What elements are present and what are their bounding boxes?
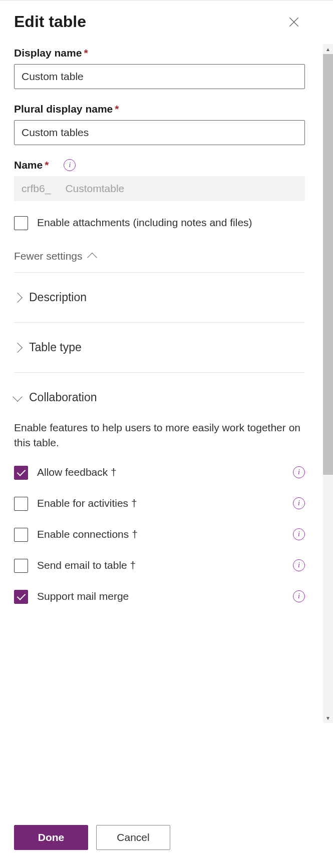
panel-footer: Done Cancel — [0, 812, 333, 868]
enable-attachments-checkbox[interactable] — [14, 216, 28, 230]
chevron-right-icon — [13, 343, 23, 353]
info-icon[interactable]: i — [293, 497, 305, 509]
name-prefix: crfb6_ — [14, 176, 58, 201]
enable-connections-row: Enable connections † i — [14, 527, 305, 542]
allow-feedback-row: Allow feedback † i — [14, 465, 305, 480]
name-group: Name* i crfb6_ — [14, 159, 305, 201]
fewer-settings-toggle[interactable]: Fewer settings — [14, 250, 305, 262]
allow-feedback-checkbox[interactable] — [14, 466, 28, 480]
plural-display-name-label: Plural display name* — [14, 103, 305, 115]
table-type-accordion[interactable]: Table type — [14, 329, 305, 366]
support-mail-merge-checkbox[interactable] — [14, 590, 28, 604]
description-accordion[interactable]: Description — [14, 279, 305, 316]
send-email-checkbox[interactable] — [14, 559, 28, 573]
name-label-text: Name — [14, 159, 43, 171]
done-button[interactable]: Done — [14, 825, 88, 850]
required-indicator: * — [45, 159, 49, 171]
enable-activities-row: Enable for activities † i — [14, 496, 305, 511]
collaboration-section: Enable features to help users to more ea… — [14, 416, 305, 604]
edit-table-panel: Edit table ▲ ▼ Display name* Plural disp… — [0, 0, 333, 868]
name-label: Name* — [14, 159, 49, 171]
collaboration-options: Allow feedback † i Enable for activities… — [14, 465, 305, 604]
divider — [14, 372, 305, 373]
display-name-label: Display name* — [14, 47, 305, 59]
panel-title: Edit table — [14, 13, 86, 31]
info-icon[interactable]: i — [64, 159, 76, 171]
info-icon[interactable]: i — [293, 466, 305, 478]
name-prefix-group: crfb6_ — [14, 176, 305, 201]
enable-connections-checkbox[interactable] — [14, 528, 28, 542]
plural-display-name-input[interactable] — [14, 120, 305, 145]
collaboration-accordion[interactable]: Collaboration — [14, 379, 305, 416]
description-title: Description — [29, 291, 87, 304]
panel-body: Display name* Plural display name* Name*… — [0, 41, 333, 812]
plural-display-name-label-text: Plural display name — [14, 103, 113, 115]
divider — [14, 322, 305, 323]
display-name-group: Display name* — [14, 47, 305, 89]
display-name-label-text: Display name — [14, 47, 82, 59]
chevron-down-icon — [13, 392, 23, 402]
support-mail-merge-row: Support mail merge i — [14, 589, 305, 604]
enable-attachments-label: Enable attachments (including notes and … — [37, 215, 252, 230]
allow-feedback-label: Allow feedback † — [37, 465, 117, 479]
send-email-row: Send email to table † i — [14, 558, 305, 573]
support-mail-merge-label: Support mail merge — [37, 589, 129, 603]
collaboration-desc: Enable features to help users to more ea… — [14, 420, 305, 451]
collaboration-title: Collaboration — [29, 391, 97, 404]
cancel-button[interactable]: Cancel — [96, 825, 170, 850]
enable-connections-label: Enable connections † — [37, 527, 138, 541]
chevron-up-icon — [87, 253, 97, 263]
panel-header: Edit table — [0, 1, 333, 41]
info-icon[interactable]: i — [293, 528, 305, 540]
fewer-settings-label: Fewer settings — [14, 250, 83, 262]
required-indicator: * — [115, 103, 119, 115]
close-button[interactable] — [285, 13, 303, 31]
enable-activities-checkbox[interactable] — [14, 497, 28, 511]
plural-display-name-group: Plural display name* — [14, 103, 305, 145]
required-indicator: * — [84, 47, 88, 59]
display-name-input[interactable] — [14, 64, 305, 89]
send-email-label: Send email to table † — [37, 558, 136, 572]
table-type-title: Table type — [29, 341, 82, 354]
enable-attachments-row: Enable attachments (including notes and … — [14, 215, 305, 230]
divider — [14, 272, 305, 273]
enable-activities-label: Enable for activities † — [37, 496, 137, 510]
chevron-right-icon — [13, 293, 23, 303]
info-icon[interactable]: i — [293, 590, 305, 602]
info-icon[interactable]: i — [293, 559, 305, 571]
close-icon — [289, 17, 299, 27]
name-input — [58, 176, 305, 201]
